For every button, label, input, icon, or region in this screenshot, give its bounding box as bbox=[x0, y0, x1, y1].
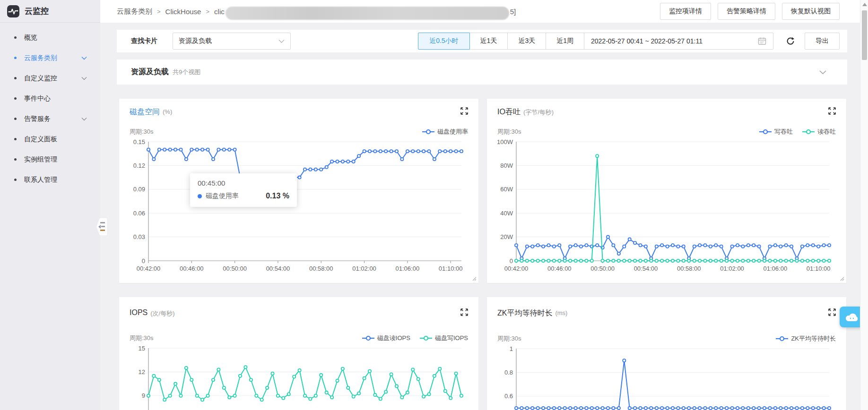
axes bbox=[516, 349, 829, 410]
time-controls: 近0.5小时 近1天 近3天 近1周 2022-05-27 00:41 ~ 20… bbox=[418, 33, 840, 50]
chart-title: IO吞吐 bbox=[497, 107, 521, 117]
time-range-0.5h[interactable]: 近0.5小时 bbox=[418, 33, 469, 50]
svg-text:100W: 100W bbox=[497, 138, 513, 145]
tooltip-series-name: 磁盘使用率 bbox=[206, 192, 239, 200]
sidebar-item-label: 联系人管理 bbox=[24, 176, 57, 184]
cloud-icon bbox=[845, 312, 859, 322]
svg-text:00:58:00: 00:58:00 bbox=[309, 265, 333, 272]
bullet-icon bbox=[14, 57, 17, 59]
restore-default-view-button[interactable]: 恢复默认视图 bbox=[782, 3, 840, 20]
legend-item[interactable]: 写吞吐 bbox=[759, 128, 793, 136]
app-logo[interactable]: 云监控 bbox=[0, 0, 100, 23]
alarm-policy-detail-button[interactable]: 告警策略详情 bbox=[718, 3, 775, 20]
svg-text:00:46:00: 00:46:00 bbox=[547, 265, 572, 272]
legend-marker-icon bbox=[420, 335, 432, 341]
legend-item[interactable]: 磁盘写IOPS bbox=[420, 334, 468, 342]
svg-text:80W: 80W bbox=[500, 162, 513, 169]
chart-unit: (ms) bbox=[555, 308, 567, 316]
grid-lines bbox=[516, 142, 829, 237]
fullscreen-expand-icon[interactable] bbox=[460, 107, 468, 115]
sidebar-item-custom-dashboard[interactable]: 自定义面板 bbox=[0, 129, 100, 149]
sidebar-item-label: 自定义监控 bbox=[24, 74, 57, 83]
sidebar-item-instance-group[interactable]: 实例组管理 bbox=[0, 149, 100, 170]
breadcrumb-instance-prefix: clic bbox=[214, 8, 225, 16]
vertical-scrollbar[interactable] bbox=[860, 0, 868, 410]
svg-text:00:42:00: 00:42:00 bbox=[137, 265, 161, 272]
chart-unit: (字节/每秒) bbox=[523, 107, 554, 117]
svg-text:0.15: 0.15 bbox=[133, 138, 145, 145]
sidebar: 云监控 概览 云服务类别 自定义监控 事件中心 告警服务 自定义面板 bbox=[0, 0, 100, 410]
time-range-3d[interactable]: 近3天 bbox=[508, 33, 546, 50]
handle-bar bbox=[101, 226, 105, 227]
top-bar: 云服务类别 > ClickHouse > clic 5] 监控项详情 告警策略详… bbox=[100, 0, 868, 23]
sidebar-item-overview[interactable]: 概览 bbox=[0, 27, 100, 48]
sidebar-item-event-center[interactable]: 事件中心 bbox=[0, 88, 100, 109]
date-range-picker[interactable]: 2022-05-27 00:41 ~ 2022-05-27 01:11 bbox=[584, 33, 773, 50]
chevron-down-icon bbox=[81, 56, 87, 60]
svg-text:00:54:00: 00:54:00 bbox=[634, 265, 658, 272]
find-card-label: 查找卡片 bbox=[131, 37, 157, 45]
topbar-buttons: 监控项详情 告警策略详情 恢复默认视图 bbox=[660, 3, 840, 20]
resize-handle-icon[interactable] bbox=[840, 277, 844, 281]
time-range-1d[interactable]: 近1天 bbox=[470, 33, 508, 50]
scroll-up-arrow[interactable] bbox=[862, 3, 867, 6]
sidebar-item-alarm-service[interactable]: 告警服务 bbox=[0, 109, 100, 129]
fullscreen-expand-icon[interactable] bbox=[828, 107, 836, 115]
series-ZK平均等待时长 bbox=[515, 359, 831, 410]
monitor-detail-button[interactable]: 监控项详情 bbox=[660, 3, 711, 20]
time-range-1w[interactable]: 近1周 bbox=[546, 33, 584, 50]
breadcrumb-separator: > bbox=[157, 8, 161, 15]
fullscreen-expand-icon[interactable] bbox=[828, 308, 836, 316]
sidebar-item-custom-monitor[interactable]: 自定义监控 bbox=[0, 68, 100, 88]
filter-panel: 查找卡片 资源及负载 近0.5小时 近1天 近3天 近1周 2022-05-27… bbox=[117, 30, 847, 52]
legend-marker-icon bbox=[759, 129, 772, 135]
sidebar-item-cloud-service[interactable]: 云服务类别 bbox=[0, 48, 100, 68]
main-content: 云服务类别 > ClickHouse > clic 5] 监控项详情 告警策略详… bbox=[100, 0, 868, 410]
bullet-icon bbox=[14, 36, 17, 39]
svg-text:01:06:00: 01:06:00 bbox=[764, 265, 788, 272]
svg-text:20W: 20W bbox=[500, 233, 513, 240]
chart-legend: 磁盘使用率 bbox=[422, 128, 468, 136]
bullet-icon bbox=[14, 138, 17, 140]
cloud-monitor-logo-icon bbox=[7, 5, 20, 18]
svg-text:0.8: 0.8 bbox=[504, 369, 513, 376]
legend-marker-icon bbox=[802, 129, 815, 135]
card-header: 磁盘空间 (%) bbox=[130, 107, 468, 117]
refresh-button[interactable] bbox=[786, 36, 795, 46]
section-collapse-chevron-icon[interactable] bbox=[819, 70, 826, 75]
chart-title-link[interactable]: 磁盘空间 bbox=[130, 107, 160, 117]
bullet-icon bbox=[14, 77, 17, 79]
bullet-icon bbox=[14, 118, 17, 120]
time-range-group: 近0.5小时 近1天 近3天 近1周 2022-05-27 00:41 ~ 20… bbox=[418, 33, 773, 50]
svg-text:01:10:00: 01:10:00 bbox=[439, 265, 463, 272]
x-axis-labels: 00:42:0000:46:0000:50:0000:54:0000:58:00… bbox=[504, 265, 831, 272]
line-chart: 1512963000:42:0000:46:0000:50:0000:54:00… bbox=[130, 344, 468, 410]
sidebar-item-label: 实例组管理 bbox=[24, 155, 57, 164]
svg-text:01:02:00: 01:02:00 bbox=[720, 265, 744, 272]
fullscreen-expand-icon[interactable] bbox=[460, 308, 468, 316]
export-button[interactable]: 导出 bbox=[805, 33, 840, 50]
app-title: 云监控 bbox=[25, 6, 49, 17]
section-title: 资源及负载 bbox=[131, 67, 169, 77]
breadcrumb-root[interactable]: 云服务类别 bbox=[117, 7, 152, 16]
legend-item[interactable]: 读吞吐 bbox=[802, 128, 836, 136]
period-label: 周期:30s bbox=[130, 128, 154, 136]
chart-meta-row: 周期:30s 磁盘使用率 bbox=[130, 128, 468, 136]
resize-handle-icon[interactable] bbox=[472, 277, 477, 281]
legend-label: 磁盘使用率 bbox=[437, 128, 468, 136]
breadcrumb-service[interactable]: ClickHouse bbox=[165, 8, 201, 16]
scrollbar-thumb[interactable] bbox=[862, 10, 867, 60]
chart-card-io-throughput: IO吞吐 (字节/每秒) 周期:30s 写吞吐读吞吐 100W80W60W40W… bbox=[487, 99, 846, 283]
legend-marker-icon bbox=[422, 129, 434, 135]
sidebar-item-contacts[interactable]: 联系人管理 bbox=[0, 170, 100, 190]
refresh-icon bbox=[786, 36, 795, 46]
card-category-select[interactable]: 资源及负载 bbox=[173, 33, 291, 50]
svg-text:15: 15 bbox=[139, 345, 145, 352]
chart-legend: 写吞吐读吞吐 bbox=[759, 128, 836, 136]
card-header: ZK平均等待时长 (ms) bbox=[497, 306, 836, 318]
legend-item[interactable]: 磁盘读IOPS bbox=[362, 334, 410, 342]
series-写吞吐 bbox=[515, 236, 831, 260]
legend-item[interactable]: 磁盘使用率 bbox=[422, 128, 468, 136]
chart-title: ZK平均等待时长 bbox=[497, 308, 552, 318]
legend-item[interactable]: ZK平均等待时长 bbox=[776, 334, 836, 343]
